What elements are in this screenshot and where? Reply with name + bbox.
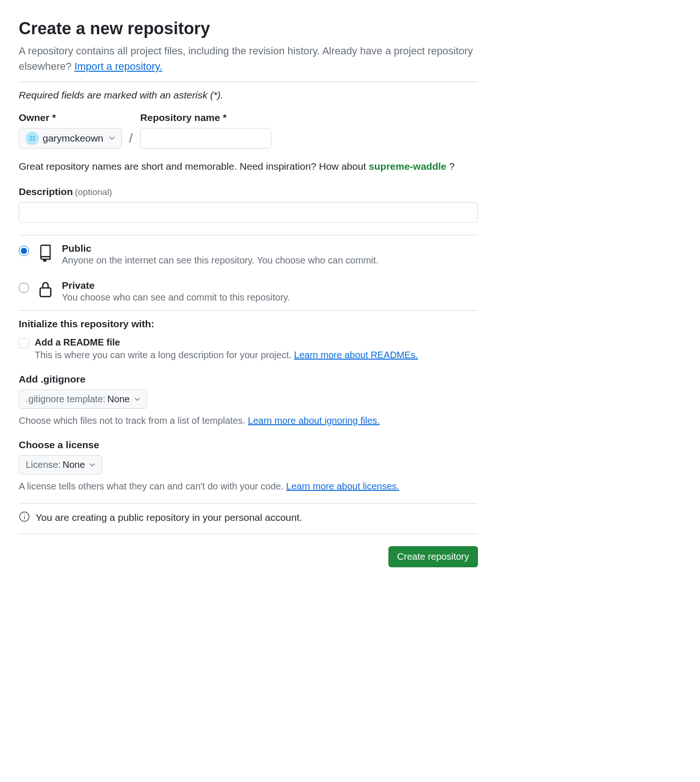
visibility-private-row[interactable]: Private You choose who can see and commi…	[19, 280, 478, 303]
info-notice-text: You are creating a public repository in …	[36, 512, 302, 523]
suggestion-suffix: ?	[447, 161, 455, 172]
lock-icon	[37, 280, 53, 301]
gitignore-prefix: .gitignore template:	[26, 394, 105, 405]
license-prefix: License:	[26, 459, 61, 470]
private-desc: You choose who can see and commit to thi…	[62, 292, 290, 303]
gitignore-hint-text: Choose which files not to track from a l…	[19, 415, 248, 426]
svg-rect-4	[33, 139, 35, 141]
visibility-public-radio[interactable]	[19, 246, 29, 256]
license-label: Choose a license	[19, 439, 478, 451]
owner-name: garymckeown	[43, 133, 104, 144]
license-hint: A license tells others what they can and…	[19, 481, 478, 492]
readme-hint-text: This is where you can write a long descr…	[35, 350, 294, 360]
create-repository-button[interactable]: Create repository	[388, 546, 478, 567]
description-label: Description	[19, 186, 73, 197]
public-title: Public	[62, 243, 379, 254]
divider	[19, 82, 478, 82]
description-input[interactable]	[19, 202, 478, 223]
owner-label: Owner *	[19, 112, 122, 123]
private-title: Private	[62, 280, 290, 291]
slash-separator: /	[127, 131, 135, 146]
svg-point-0	[28, 134, 37, 143]
chevron-down-icon	[89, 463, 95, 467]
page-subtitle: A repository contains all project files,…	[19, 43, 478, 74]
svg-rect-2	[33, 136, 35, 138]
license-select[interactable]: License: None	[19, 455, 102, 474]
visibility-public-row[interactable]: Public Anyone on the internet can see th…	[19, 243, 478, 266]
divider	[19, 534, 478, 534]
suggestion-name[interactable]: supreme-waddle	[369, 161, 447, 172]
readme-checkbox[interactable]	[19, 338, 29, 348]
divider	[19, 310, 478, 311]
divider	[19, 503, 478, 504]
readme-row[interactable]: Add a README file This is where you can …	[19, 337, 478, 361]
page-title: Create a new repository	[19, 19, 478, 38]
repo-icon	[37, 243, 53, 263]
gitignore-label: Add .gitignore	[19, 374, 478, 385]
name-suggestion: Great repository names are short and mem…	[19, 161, 478, 172]
suggestion-prefix: Great repository names are short and mem…	[19, 161, 369, 172]
svg-rect-1	[30, 136, 32, 138]
info-icon	[19, 511, 30, 524]
gitignore-hint: Choose which files not to track from a l…	[19, 415, 478, 426]
license-value: None	[63, 459, 85, 470]
license-learn-more-link[interactable]: Learn more about licenses.	[286, 481, 399, 491]
divider	[19, 235, 478, 235]
svg-rect-3	[30, 139, 32, 141]
repo-name-label: Repository name *	[140, 112, 271, 123]
readme-title: Add a README file	[35, 337, 418, 348]
owner-select[interactable]: garymckeown	[19, 128, 122, 149]
readme-hint: This is where you can write a long descr…	[35, 350, 418, 361]
chevron-down-icon	[109, 136, 115, 140]
visibility-private-radio[interactable]	[19, 283, 29, 293]
init-heading: Initialize this repository with:	[19, 318, 478, 330]
info-notice: You are creating a public repository in …	[19, 511, 478, 524]
svg-rect-5	[40, 288, 51, 296]
readme-learn-more-link[interactable]: Learn more about READMEs.	[294, 350, 418, 360]
repo-name-input[interactable]	[140, 128, 271, 149]
avatar-icon	[26, 132, 39, 145]
required-fields-note: Required fields are marked with an aster…	[19, 90, 478, 101]
gitignore-learn-more-link[interactable]: Learn more about ignoring files.	[248, 415, 380, 426]
description-optional: (optional)	[75, 187, 112, 197]
svg-point-8	[24, 514, 25, 515]
public-desc: Anyone on the internet can see this repo…	[62, 255, 379, 266]
license-hint-text: A license tells others what they can and…	[19, 481, 286, 491]
chevron-down-icon	[134, 398, 140, 401]
import-repo-link[interactable]: Import a repository.	[74, 60, 163, 72]
gitignore-select[interactable]: .gitignore template: None	[19, 390, 147, 409]
gitignore-value: None	[107, 394, 130, 405]
